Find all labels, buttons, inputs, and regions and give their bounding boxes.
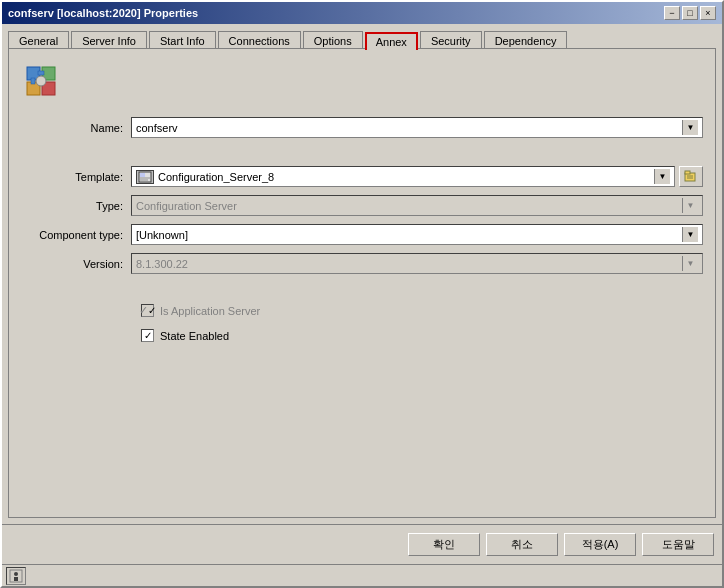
spacer-row <box>21 146 703 158</box>
cancel-button[interactable]: 취소 <box>486 533 558 556</box>
template-dropdown-arrow[interactable]: ▼ <box>654 169 670 184</box>
svg-point-4 <box>36 76 46 86</box>
type-control: Configuration Server ▼ <box>131 195 703 216</box>
window-title: confserv [localhost:2020] Properties <box>8 7 198 19</box>
name-value: confserv <box>136 122 682 134</box>
template-icon <box>136 170 154 184</box>
svg-rect-17 <box>14 577 18 581</box>
minimize-button[interactable]: − <box>664 6 680 20</box>
version-dropdown-arrow: ▼ <box>682 256 698 271</box>
window-content: General Server Info Start Info Connectio… <box>2 24 722 524</box>
version-input: 8.1.300.22 ▼ <box>131 253 703 274</box>
puzzle-icon <box>23 63 59 99</box>
version-row: Version: 8.1.300.22 ▼ <box>21 253 703 274</box>
is-app-server-checkbox: ✓ <box>141 304 154 317</box>
status-bar <box>2 564 722 586</box>
component-type-value: [Unknown] <box>136 229 682 241</box>
component-type-dropdown-arrow[interactable]: ▼ <box>682 227 698 242</box>
tab-bar: General Server Info Start Info Connectio… <box>8 30 716 49</box>
type-value: Configuration Server <box>136 200 682 212</box>
checkbox-spacer <box>21 282 703 292</box>
component-type-control: [Unknown] ▼ <box>131 224 703 245</box>
state-enabled-label: State Enabled <box>160 330 229 342</box>
main-window: confserv [localhost:2020] Properties − □… <box>0 0 724 588</box>
apply-button[interactable]: 적용(A) <box>564 533 636 556</box>
version-label: Version: <box>21 258 131 270</box>
state-enabled-row: State Enabled <box>141 329 703 342</box>
type-label: Type: <box>21 200 131 212</box>
app-icon <box>21 61 61 101</box>
name-label: Name: <box>21 122 131 134</box>
type-dropdown-arrow: ▼ <box>682 198 698 213</box>
maximize-button[interactable]: □ <box>682 6 698 20</box>
type-row: Type: Configuration Server ▼ <box>21 195 703 216</box>
template-label: Template: <box>21 171 131 183</box>
template-input[interactable]: Configuration_Server_8 ▼ <box>131 166 675 187</box>
status-icon <box>6 567 26 585</box>
name-row: Name: confserv ▼ <box>21 117 703 138</box>
title-bar: confserv [localhost:2020] Properties − □… <box>2 2 722 24</box>
template-value: Configuration_Server_8 <box>158 171 654 183</box>
ok-button[interactable]: 확인 <box>408 533 480 556</box>
form-area: Name: confserv ▼ Template: <box>21 117 703 342</box>
component-type-input[interactable]: [Unknown] ▼ <box>131 224 703 245</box>
template-browse-button[interactable] <box>679 166 703 187</box>
title-bar-controls: − □ × <box>664 6 716 20</box>
svg-rect-5 <box>38 71 44 75</box>
content-spacer <box>21 342 703 505</box>
component-type-label: Component type: <box>21 229 131 241</box>
svg-rect-6 <box>31 78 35 84</box>
template-row: Template: Configuratio <box>21 166 703 187</box>
tab-annex[interactable]: Annex <box>365 32 418 50</box>
component-type-row: Component type: [Unknown] ▼ <box>21 224 703 245</box>
help-button[interactable]: 도움말 <box>642 533 714 556</box>
svg-rect-8 <box>140 173 145 177</box>
template-control: Configuration_Server_8 ▼ <box>131 166 703 187</box>
name-control: confserv ▼ <box>131 117 703 138</box>
is-app-server-row: ✓ Is Application Server <box>141 304 703 317</box>
svg-point-16 <box>14 572 18 576</box>
version-control: 8.1.300.22 ▼ <box>131 253 703 274</box>
state-enabled-checkbox[interactable] <box>141 329 154 342</box>
bottom-bar: 확인 취소 적용(A) 도움말 <box>2 524 722 564</box>
version-value: 8.1.300.22 <box>136 258 682 270</box>
name-dropdown-arrow[interactable]: ▼ <box>682 120 698 135</box>
close-button[interactable]: × <box>700 6 716 20</box>
name-input[interactable]: confserv ▼ <box>131 117 703 138</box>
svg-rect-12 <box>685 171 690 174</box>
type-input: Configuration Server ▼ <box>131 195 703 216</box>
icon-area <box>21 61 703 101</box>
is-app-server-label: Is Application Server <box>160 305 260 317</box>
tab-content: Name: confserv ▼ Template: <box>8 48 716 518</box>
